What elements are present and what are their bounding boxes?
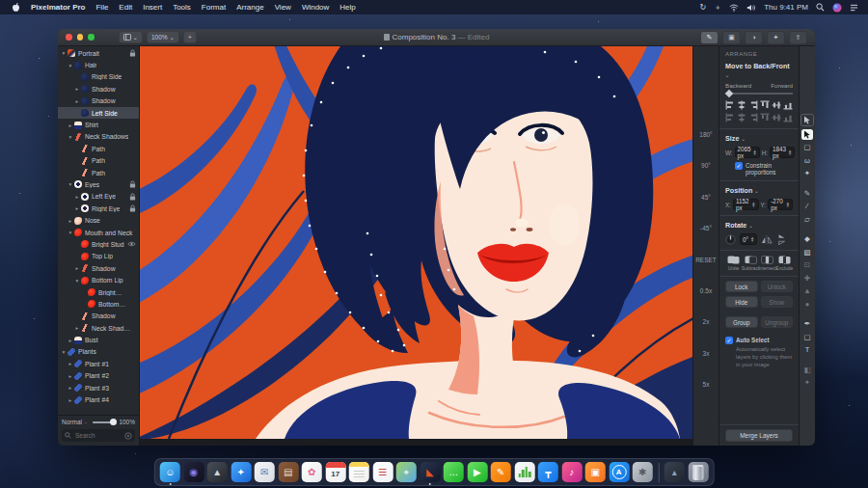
distribute-left-icon[interactable] <box>725 113 735 123</box>
intersect-button[interactable]: Intersect <box>759 256 775 271</box>
view-options-button[interactable]: ⌄ <box>119 31 143 43</box>
menu-format[interactable]: Format <box>202 3 226 12</box>
layer-row-shadow[interactable]: Shadow <box>58 311 139 322</box>
disclosure-open-icon[interactable]: ▾ <box>68 134 73 140</box>
lock-icon[interactable] <box>129 49 139 57</box>
disclosure-open-icon[interactable]: ▾ <box>68 63 73 68</box>
height-field[interactable]: 1843 px▲▼ <box>770 147 795 158</box>
menu-tools[interactable]: Tools <box>173 3 191 12</box>
layer-row-nose[interactable]: ▸Nose <box>58 214 139 226</box>
shape-tool[interactable]: ▢ <box>801 332 813 342</box>
disclosure-closed-icon[interactable]: ▸ <box>68 385 73 391</box>
disclosure-closed-icon[interactable]: ▸ <box>68 122 73 128</box>
pencil-tool[interactable]: ∕ <box>801 201 813 211</box>
align-bottom-icon[interactable] <box>783 100 793 111</box>
menu-arrange[interactable]: Arrange <box>236 3 263 12</box>
zoom-level-button[interactable]: 100% ⌄ <box>147 31 179 43</box>
stepper-icon[interactable]: ▲▼ <box>751 202 755 207</box>
window-titlebar[interactable]: ⌄ 100% ⌄ + Composition No. 3 — Edited ✎▣… <box>58 29 815 46</box>
freeform-select-tool[interactable]: ω <box>801 155 813 166</box>
layer-row-path[interactable]: Path <box>58 155 139 167</box>
layer-row-plants[interactable]: ▾Plants <box>58 346 139 358</box>
quick-select-tool[interactable]: ✦ <box>801 168 813 178</box>
layer-row-plant-2[interactable]: ▸Plant #2 <box>58 370 139 382</box>
disclosure-open-icon[interactable]: ▾ <box>68 181 73 187</box>
unite-button[interactable]: Unite <box>725 256 742 271</box>
layer-row-bright-stud[interactable]: Bright Stud <box>58 238 139 250</box>
layer-row-path[interactable]: Path <box>58 167 139 178</box>
time-machine-icon[interactable]: ↻ <box>699 3 706 12</box>
effects-tool[interactable]: ✦ <box>801 377 813 388</box>
adjust-tool-button[interactable]: ◑ <box>745 31 763 44</box>
dock-icon-pages[interactable]: ✎ <box>491 462 511 482</box>
dock-icon-itunes[interactable]: ♪ <box>561 462 582 482</box>
disclosure-open-icon[interactable]: ▾ <box>74 278 80 284</box>
dock-icon-numbers[interactable] <box>514 462 534 482</box>
dock-icon-facetime[interactable]: ▶ <box>467 462 487 482</box>
minimize-button[interactable] <box>77 34 84 41</box>
dock-icon-trash[interactable] <box>688 462 708 482</box>
quick-control-3x[interactable]: 3x <box>693 350 719 381</box>
layer-row-bottom-lip[interactable]: ▾Bottom Lip <box>58 274 139 285</box>
crop-tool-button[interactable]: ▣ <box>722 31 741 44</box>
stepper-icon[interactable]: ▲▼ <box>788 149 792 155</box>
exclude-button[interactable]: Exclude <box>776 256 793 271</box>
width-field[interactable]: 2065 px▲▼ <box>735 147 760 158</box>
layer-row-left-eye[interactable]: ▸Left Eye <box>58 191 139 203</box>
opacity-slider[interactable] <box>93 421 115 423</box>
x-field[interactable]: 1152 px▲▼ <box>733 199 759 210</box>
distribute-top-icon[interactable] <box>760 113 770 123</box>
layer-row-right-eye[interactable]: ▸Right Eye <box>58 203 139 214</box>
menu-help[interactable]: Help <box>339 3 355 12</box>
dock-icon-pixelmator-pro[interactable]: ◣ <box>420 462 440 482</box>
stepper-icon[interactable]: ▲▼ <box>786 202 790 207</box>
dock-icon-keynote[interactable]: ┳ <box>538 462 558 482</box>
filter-icon[interactable] <box>124 432 132 440</box>
rotate-section-title[interactable]: Rotate ⌄ <box>725 221 793 230</box>
layer-row-plant-3[interactable]: ▸Plant #3 <box>58 382 139 393</box>
type-tool[interactable]: T <box>801 344 813 355</box>
auto-select-checkbox[interactable]: ✓ <box>725 337 733 344</box>
disclosure-closed-icon[interactable]: ▸ <box>68 361 73 366</box>
quick-control-90-[interactable]: 90° <box>693 162 719 193</box>
layer-row-plant-1[interactable]: ▸Plant #1 <box>58 358 139 369</box>
stepper-icon[interactable]: ▲▼ <box>753 149 757 155</box>
disclosure-closed-icon[interactable]: ▸ <box>68 373 73 379</box>
stepper-icon[interactable]: ▲▼ <box>750 236 754 242</box>
dock-icon-launchpad[interactable]: ▲ <box>207 462 228 482</box>
layer-row-plant-4[interactable]: ▸Plant #4 <box>58 393 139 405</box>
repair-tool[interactable]: ✚ <box>801 273 813 284</box>
disclosure-open-icon[interactable]: ▾ <box>61 349 67 355</box>
menu-bar-clock[interactable]: Thu 9:41 PM <box>764 3 808 12</box>
distribute-center-icon[interactable] <box>737 113 746 123</box>
menu-file[interactable]: File <box>95 3 108 12</box>
merge-layers-button[interactable]: Merge Layers <box>725 429 793 442</box>
align-left-icon[interactable] <box>725 100 735 111</box>
dock-icon-app-store[interactable]: A <box>609 462 629 482</box>
marquee-select-tool[interactable]: ▢ <box>801 142 813 152</box>
distribute-bottom-icon[interactable] <box>783 113 793 123</box>
dock-icon-system-preferences[interactable]: ✱ <box>633 462 653 482</box>
layer-row-bust[interactable]: ▸Bust <box>58 334 139 345</box>
color-swatch-tool[interactable]: ◧ <box>801 365 813 375</box>
flip-vertical-icon[interactable] <box>778 233 787 245</box>
clone-tool[interactable]: ⊡ <box>801 259 813 270</box>
layer-row-shirt[interactable]: ▸Shirt <box>58 119 139 130</box>
lock-icon[interactable] <box>129 180 139 188</box>
disclosure-closed-icon[interactable]: ▸ <box>74 98 80 104</box>
layer-row-shadow[interactable]: ▸Shadow <box>58 262 139 274</box>
constrain-checkbox[interactable]: ✓ <box>735 162 743 170</box>
layer-search[interactable] <box>62 429 135 442</box>
disclosure-closed-icon[interactable]: ▸ <box>74 194 80 200</box>
dock-icon-finder[interactable]: ☺ <box>160 462 180 482</box>
dock-icon-messages[interactable]: … <box>444 462 464 482</box>
subtract-button[interactable]: Subtract <box>743 256 759 271</box>
layer-row-bottom-[interactable]: Bottom… <box>58 298 139 310</box>
quick-control-5x[interactable]: 5x <box>693 381 719 412</box>
export-tool-button[interactable]: ⇧ <box>789 31 807 44</box>
gradient-tool[interactable]: ▧ <box>801 247 813 258</box>
disclosure-closed-icon[interactable]: ▸ <box>74 265 80 271</box>
apple-menu-icon[interactable] <box>12 3 20 13</box>
spotlight-icon[interactable] <box>816 3 825 12</box>
blur-tool[interactable]: ● <box>801 299 813 310</box>
